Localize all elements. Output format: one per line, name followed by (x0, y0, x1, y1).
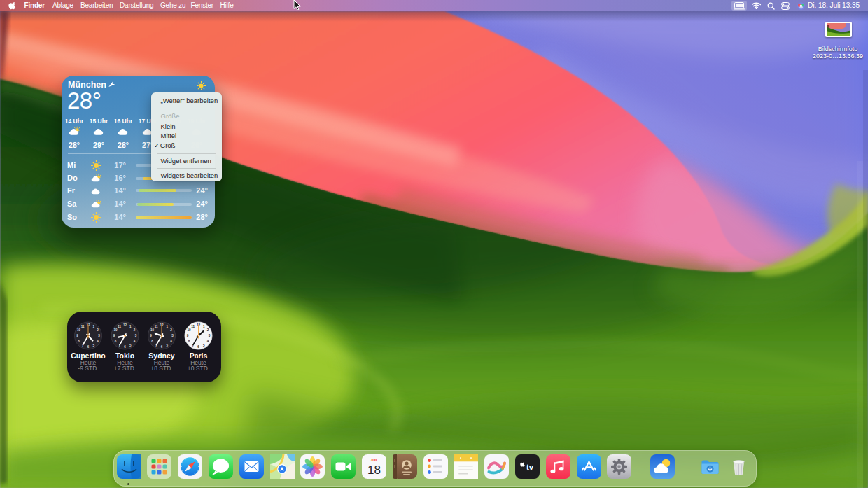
svg-text:9: 9 (150, 334, 152, 337)
svg-text:11: 11 (155, 325, 158, 328)
svg-text:11: 11 (118, 325, 121, 328)
svg-text:4: 4 (97, 340, 99, 343)
svg-text:5: 5 (130, 344, 132, 347)
svg-text:1: 1 (203, 325, 205, 328)
svg-text:4: 4 (170, 340, 172, 343)
svg-text:6: 6 (161, 345, 163, 349)
svg-text:2: 2 (97, 328, 99, 332)
svg-text:4: 4 (207, 340, 209, 343)
svg-text:3: 3 (98, 334, 100, 337)
svg-text:5: 5 (167, 344, 169, 347)
svg-text:3: 3 (209, 334, 211, 337)
svg-text:8: 8 (78, 340, 80, 343)
svg-text:2: 2 (207, 328, 209, 332)
svg-text:9: 9 (76, 334, 78, 337)
svg-text:8: 8 (188, 340, 190, 343)
svg-text:11: 11 (191, 325, 195, 328)
svg-text:5: 5 (93, 344, 95, 347)
svg-text:10: 10 (77, 328, 81, 332)
svg-text:1: 1 (167, 325, 169, 328)
svg-text:11: 11 (81, 325, 85, 328)
svg-text:18: 18 (368, 463, 381, 477)
svg-text:6: 6 (88, 345, 90, 349)
svg-text:6: 6 (124, 345, 126, 349)
svg-text:8: 8 (151, 340, 153, 343)
svg-text:1: 1 (93, 325, 95, 328)
svg-text:tv: tv (526, 463, 534, 471)
svg-text:9: 9 (113, 334, 115, 337)
svg-text:10: 10 (187, 328, 191, 332)
svg-text:2: 2 (170, 328, 172, 332)
svg-text:10: 10 (113, 328, 118, 332)
svg-text:3: 3 (172, 334, 174, 337)
svg-text:5: 5 (203, 344, 205, 347)
svg-text:3: 3 (135, 334, 137, 337)
svg-text:8: 8 (115, 340, 117, 343)
svg-text:9: 9 (187, 334, 189, 337)
svg-text:1: 1 (130, 325, 132, 328)
svg-text:10: 10 (150, 328, 155, 332)
svg-text:2: 2 (134, 328, 136, 332)
svg-text:6: 6 (197, 345, 200, 349)
svg-text:4: 4 (134, 340, 136, 343)
svg-text:JUL: JUL (370, 458, 379, 462)
